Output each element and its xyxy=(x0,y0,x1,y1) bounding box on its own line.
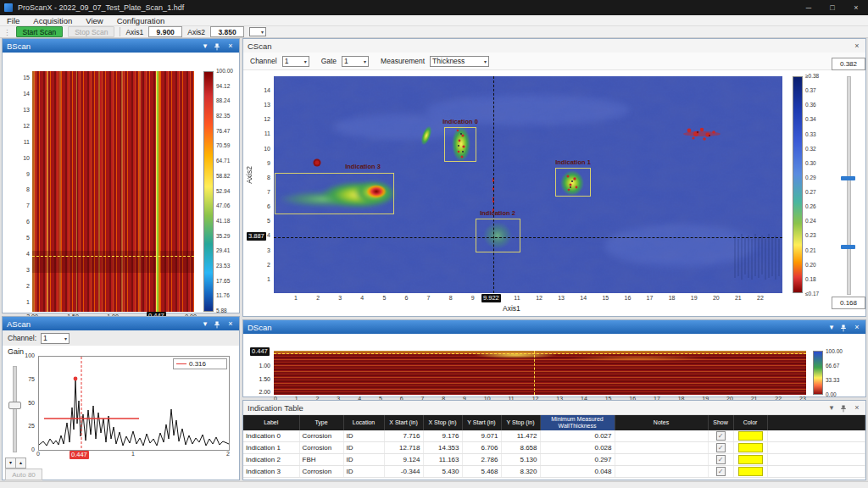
cscan-channel-select[interactable]: 1▾ xyxy=(282,56,309,67)
dscan-header[interactable]: DScan ▾ × xyxy=(243,320,865,334)
close-button[interactable]: × xyxy=(844,0,868,15)
chevron-down-icon[interactable]: ▾ xyxy=(201,317,209,330)
cell-y-stop[interactable]: 8.658 xyxy=(501,442,540,454)
color-swatch[interactable] xyxy=(738,455,763,464)
table-row[interactable]: Indication 0 Corrosion ID 7.716 9.176 9.… xyxy=(243,430,865,442)
toolbar-dropdown[interactable]: ▾ xyxy=(249,27,266,36)
cscan-crosshair-vertical[interactable] xyxy=(493,76,494,293)
cscan-measurement-select[interactable]: Thickness▾ xyxy=(430,56,489,67)
col-color[interactable]: Color xyxy=(733,415,767,430)
color-swatch[interactable] xyxy=(738,443,763,452)
cell-type[interactable]: Corrosion xyxy=(299,466,343,478)
chevron-down-icon[interactable]: ▾ xyxy=(201,39,209,53)
cell-location[interactable]: ID xyxy=(343,454,384,466)
dscan-heatmap[interactable] xyxy=(274,351,806,395)
cscan-range-handle-lower[interactable] xyxy=(841,245,855,249)
col-y-start[interactable]: Y Start (in) xyxy=(462,415,501,430)
close-icon[interactable]: × xyxy=(853,39,861,53)
cell-min-wall[interactable]: 0.027 xyxy=(540,430,615,442)
cscan-range-max[interactable]: 0.382 xyxy=(832,58,865,70)
chevron-down-icon[interactable]: ▾ xyxy=(827,401,836,414)
cell-notes[interactable] xyxy=(615,442,708,454)
cell-type[interactable]: FBH xyxy=(299,454,343,466)
cell-y-start[interactable]: 5.468 xyxy=(462,466,501,478)
col-show[interactable]: Show xyxy=(708,415,733,430)
indication-0-box[interactable] xyxy=(444,127,476,162)
start-scan-button[interactable]: Start Scan xyxy=(16,26,64,37)
menu-configuration[interactable]: Configuration xyxy=(117,16,165,25)
table-row[interactable]: Indication 3 Corrosion ID -0.344 5.430 5… xyxy=(243,466,865,478)
col-type[interactable]: Type xyxy=(299,415,343,430)
minimize-button[interactable]: ─ xyxy=(797,0,821,15)
pin-icon[interactable] xyxy=(840,402,849,413)
close-icon[interactable]: × xyxy=(853,320,861,334)
col-x-start[interactable]: X Start (in) xyxy=(384,415,423,430)
cell-notes[interactable] xyxy=(615,454,708,466)
ascan-header[interactable]: AScan ▾ × xyxy=(3,317,239,330)
cell-label[interactable]: Indication 0 xyxy=(243,430,299,442)
col-min-wall[interactable]: Minimum Measured WallThickness xyxy=(540,415,615,430)
cscan-range-min[interactable]: 0.168 xyxy=(832,297,865,309)
show-checkbox[interactable]: ✓ xyxy=(716,431,726,441)
bscan-header[interactable]: BScan ▾ × xyxy=(3,39,239,53)
cscan-range-slider-track[interactable] xyxy=(847,76,851,295)
close-icon[interactable]: × xyxy=(226,317,235,330)
indication-3-box[interactable] xyxy=(275,173,394,214)
menu-view[interactable]: View xyxy=(86,16,103,25)
cell-y-start[interactable]: 6.706 xyxy=(462,442,501,454)
cell-min-wall[interactable]: 0.028 xyxy=(540,442,615,454)
pin-icon[interactable] xyxy=(840,322,849,332)
cell-type[interactable]: Corrosion xyxy=(299,430,343,442)
cell-x-stop[interactable]: 11.163 xyxy=(423,454,462,466)
cell-y-stop[interactable]: 8.320 xyxy=(501,466,540,478)
show-checkbox[interactable]: ✓ xyxy=(716,455,726,464)
gain-slider-track[interactable] xyxy=(13,366,17,452)
menu-file[interactable]: File xyxy=(7,16,19,25)
col-notes[interactable]: Notes xyxy=(615,415,708,430)
cell-x-stop[interactable]: 5.430 xyxy=(423,466,462,478)
cell-location[interactable]: ID xyxy=(343,442,384,454)
indication-table-header[interactable]: Indication Table ▾ × xyxy=(243,401,865,415)
cell-type[interactable]: Corrosion xyxy=(299,442,343,454)
bscan-cursor-line[interactable] xyxy=(32,256,194,257)
cell-notes[interactable] xyxy=(615,466,708,478)
cell-location[interactable]: ID xyxy=(343,430,384,442)
cell-y-start[interactable]: 9.071 xyxy=(462,430,501,442)
cell-y-start[interactable]: 2.786 xyxy=(462,454,501,466)
indication-1-box[interactable] xyxy=(555,168,591,197)
col-y-stop[interactable]: Y Stop (in) xyxy=(501,415,540,430)
pin-icon[interactable] xyxy=(214,319,222,329)
cell-min-wall[interactable]: 0.048 xyxy=(540,466,615,478)
cell-label[interactable]: Indication 2 xyxy=(243,454,299,466)
cell-x-start[interactable]: 7.716 xyxy=(384,430,423,442)
channel-select[interactable]: 1▾ xyxy=(41,333,70,344)
indication-2-box[interactable] xyxy=(476,219,520,252)
stop-scan-button[interactable]: Stop Scan xyxy=(68,26,114,37)
cell-location[interactable]: ID xyxy=(343,466,384,478)
cell-y-stop[interactable]: 5.130 xyxy=(501,454,540,466)
cell-x-start[interactable]: 9.124 xyxy=(384,454,423,466)
close-icon[interactable]: × xyxy=(853,401,861,414)
cscan-range-handle-upper[interactable] xyxy=(841,176,855,180)
cell-x-start[interactable]: 12.718 xyxy=(384,442,423,454)
pin-icon[interactable] xyxy=(214,41,222,51)
table-row[interactable]: Indication 1 Corrosion ID 12.718 14.353 … xyxy=(243,442,865,454)
dscan-cursor-line-horizontal[interactable] xyxy=(274,353,806,354)
cscan-plot[interactable]: Indication 0 Indication 1 Indication 2 I… xyxy=(274,76,782,293)
table-row[interactable]: Indication 2 FBH ID 9.124 11.163 2.786 5… xyxy=(243,454,865,466)
cscan-gate-select[interactable]: 1▾ xyxy=(342,56,369,67)
col-label[interactable]: Label xyxy=(243,415,299,430)
color-swatch[interactable] xyxy=(738,467,763,476)
gain-up-button[interactable]: ▴ xyxy=(15,458,26,469)
cell-x-start[interactable]: -0.344 xyxy=(384,466,423,478)
menu-acquisition[interactable]: Acquisition xyxy=(33,16,72,25)
cell-notes[interactable] xyxy=(615,430,708,442)
col-location[interactable]: Location xyxy=(343,415,384,430)
cell-x-stop[interactable]: 14.353 xyxy=(423,442,462,454)
dscan-cursor-line-vertical[interactable] xyxy=(534,351,535,395)
col-x-stop[interactable]: X Stop (in) xyxy=(423,415,462,430)
axis2-value[interactable]: 3.850 xyxy=(210,26,244,37)
cell-label[interactable]: Indication 1 xyxy=(243,442,299,454)
show-checkbox[interactable]: ✓ xyxy=(716,443,726,452)
cell-label[interactable]: Indication 3 xyxy=(243,466,299,478)
